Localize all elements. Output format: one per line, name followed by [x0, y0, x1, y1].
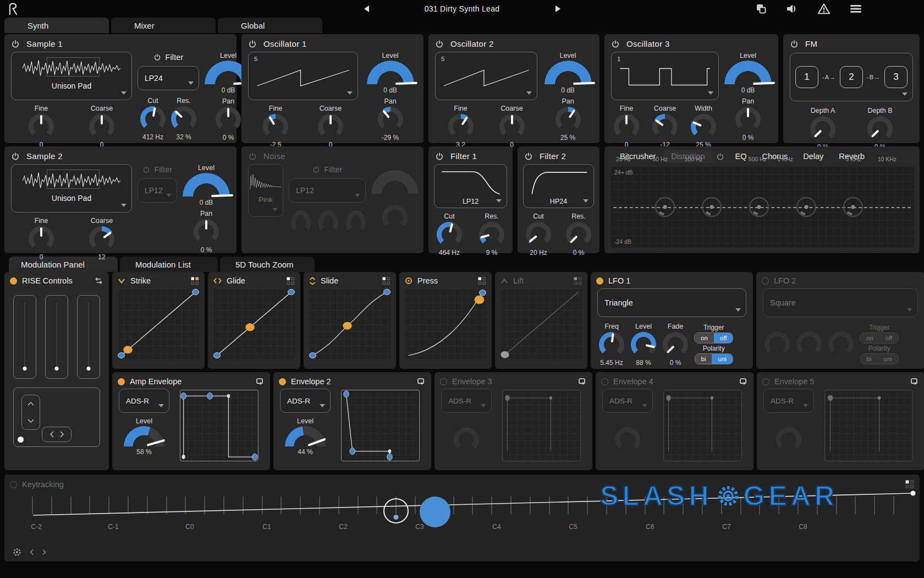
fm-routing-display[interactable]: 1 -A→ 2 -B→ 3 — [790, 53, 913, 101]
osc-wave-display[interactable]: 5 — [435, 52, 537, 100]
level-gauge[interactable] — [724, 61, 772, 85]
envelope-graph[interactable] — [824, 390, 913, 461]
env-mode-select[interactable]: ADS-R — [280, 389, 331, 413]
rise-slider-3[interactable] — [77, 295, 100, 379]
eq-band-knob[interactable] — [700, 195, 724, 219]
lift-curve-graph[interactable] — [500, 288, 582, 359]
speaker-icon[interactable] — [786, 3, 799, 15]
glide-curve-graph[interactable] — [213, 288, 295, 359]
power-icon[interactable] — [790, 40, 799, 48]
rise-slider-2[interactable] — [45, 295, 68, 379]
grid-toggle-icon[interactable] — [382, 277, 391, 285]
strike-curve-graph[interactable] — [117, 288, 200, 359]
power-icon[interactable] — [435, 40, 444, 48]
env-source-dot[interactable] — [440, 378, 447, 385]
xy-swap-icon[interactable] — [94, 277, 103, 285]
coarse-knob[interactable]: Coarse0 — [86, 105, 117, 149]
noise-type-display[interactable]: Pink — [248, 164, 283, 217]
grid-toggle-icon[interactable] — [191, 277, 199, 285]
env-mode-select[interactable]: ADS-R — [602, 389, 653, 413]
eq-band-knob[interactable] — [747, 195, 771, 219]
cut-knob[interactable]: Cut412 Hz — [138, 97, 168, 141]
level-gauge[interactable] — [544, 61, 592, 85]
polarity-toggle[interactable]: biuni — [860, 353, 899, 364]
depth-a-knob[interactable]: Depth A0 % — [804, 107, 842, 151]
lfo2-source-dot[interactable] — [762, 277, 769, 285]
rise-slider-1[interactable] — [13, 295, 36, 379]
settings-gear-icon[interactable] — [12, 547, 22, 557]
fine-knob[interactable]: Fine0 — [26, 217, 57, 261]
lfo-fade-knob[interactable] — [826, 323, 856, 357]
grid-toggle-icon[interactable] — [574, 277, 582, 285]
power-icon[interactable] — [248, 152, 257, 161]
lfo-level-knob[interactable]: Level88 % — [628, 323, 659, 367]
env-mode-select[interactable]: ADS-R — [441, 389, 492, 413]
disabled-env-level[interactable] — [615, 427, 640, 452]
power-icon[interactable] — [435, 152, 444, 161]
cut-knob[interactable]: Cut20 Hz — [523, 212, 554, 257]
keytracking-node-outline[interactable] — [383, 498, 409, 524]
env-source-dot[interactable] — [762, 378, 769, 385]
power-icon[interactable] — [11, 40, 20, 48]
filter-power-icon[interactable] — [142, 166, 150, 173]
lfo-shape-select[interactable]: Square — [763, 288, 918, 317]
fine-knob[interactable]: Fine0 — [611, 105, 642, 149]
rise-xy-pad[interactable] — [13, 388, 100, 447]
lfo-freq-knob[interactable] — [762, 323, 793, 357]
filter-type-select[interactable]: LP24 — [138, 66, 199, 90]
filter-type-select[interactable]: LP12 — [289, 178, 366, 203]
level-gauge[interactable] — [183, 173, 230, 198]
env-source-dot[interactable] — [118, 378, 125, 385]
lfo-level-knob[interactable] — [794, 323, 824, 357]
disabled-env-level[interactable] — [454, 427, 479, 452]
coarse-knob[interactable]: Coarse12 — [86, 217, 117, 261]
next-patch-button[interactable] — [556, 6, 560, 12]
res-knob[interactable]: Res.0 % — [563, 212, 594, 257]
lfo-fade-knob[interactable]: Fade0 % — [660, 323, 691, 367]
res-knob[interactable]: Res.32 % — [168, 97, 199, 141]
disabled-env-level[interactable] — [776, 427, 801, 452]
eq-band-knob[interactable] — [653, 195, 677, 219]
res-knob[interactable]: Res.9 % — [476, 212, 507, 257]
disabled-knob[interactable] — [291, 210, 311, 236]
envelope-graph[interactable] — [180, 390, 258, 461]
keytracking-source-dot[interactable] — [10, 481, 17, 488]
sample-display[interactable]: Unison Pad — [11, 52, 132, 100]
filter-curve-display[interactable]: HP24 — [523, 164, 594, 208]
envelope-graph[interactable] — [502, 390, 581, 461]
cut-knob[interactable]: Cut464 Hz — [434, 212, 465, 257]
fine-knob[interactable]: Fine-2.5 — [260, 105, 291, 149]
coarse-knob[interactable]: Coarse0 — [315, 105, 346, 149]
disabled-level-gauge[interactable] — [371, 170, 419, 195]
xy-up-down-button[interactable] — [21, 395, 40, 430]
lfo1-source-dot[interactable] — [596, 277, 603, 285]
scroll-right-icon[interactable] — [42, 549, 46, 555]
copy-icon[interactable] — [755, 3, 767, 15]
coarse-knob[interactable]: Coarse-12 — [650, 105, 680, 149]
grid-toggle-icon[interactable] — [905, 480, 914, 489]
width-knob[interactable]: Width25 % — [688, 105, 719, 149]
disabled-pan-knob[interactable] — [382, 205, 408, 230]
loop-icon[interactable] — [577, 377, 587, 386]
tab-mixer[interactable]: Mixer — [111, 18, 216, 33]
power-icon[interactable] — [248, 40, 257, 48]
eq-band-knob[interactable] — [841, 195, 865, 219]
slide-curve-graph[interactable] — [309, 288, 391, 359]
prev-patch-button[interactable] — [364, 6, 369, 12]
env-mode-select[interactable]: ADS-R — [763, 389, 814, 413]
scroll-left-icon[interactable] — [30, 549, 34, 555]
power-icon[interactable] — [524, 152, 533, 161]
envelope-graph[interactable] — [663, 390, 742, 461]
fine-knob[interactable]: Fine0 — [26, 105, 57, 149]
polarity-toggle[interactable]: biuni — [695, 353, 733, 364]
power-icon[interactable] — [11, 152, 20, 161]
fx-tab-delay[interactable]: Delay — [795, 150, 831, 163]
osc-wave-display[interactable]: 5 — [248, 52, 358, 100]
patch-title[interactable]: 031 Dirty Synth Lead — [425, 4, 500, 13]
grid-toggle-icon[interactable] — [478, 277, 486, 285]
filter-curve-display[interactable]: LP12 — [434, 164, 507, 208]
trigger-toggle[interactable]: onoff — [694, 332, 733, 343]
level-gauge[interactable] — [367, 61, 414, 85]
loop-icon[interactable] — [416, 377, 426, 386]
env-level-gauge[interactable] — [124, 426, 164, 447]
